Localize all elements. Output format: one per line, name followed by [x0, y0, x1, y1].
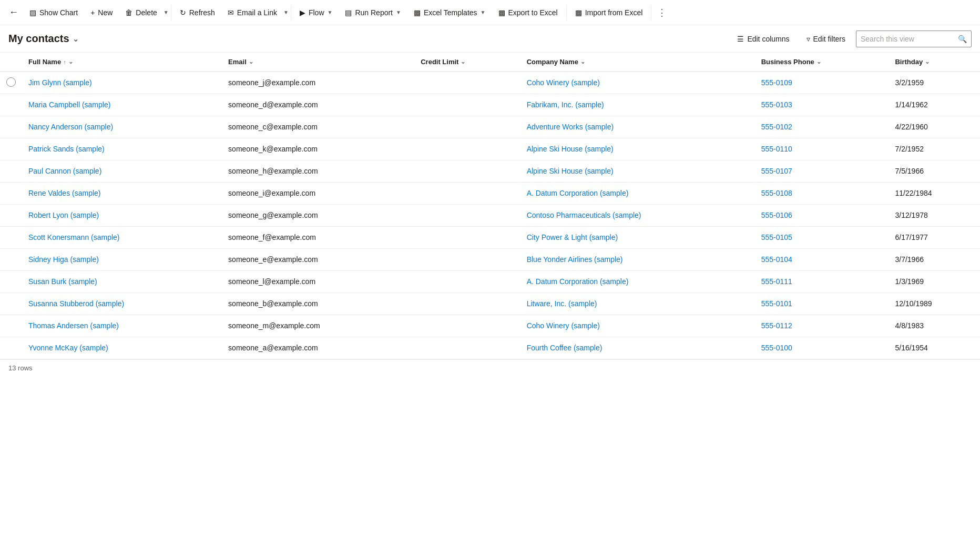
row-checkbox[interactable] — [6, 77, 16, 87]
cell-business-phone[interactable]: 555-0100 — [755, 337, 889, 359]
row-checkbox-cell — [0, 315, 22, 337]
back-button[interactable]: ← — [4, 3, 23, 22]
edit-filters-button[interactable]: ▿ Edit filters — [800, 31, 852, 47]
cell-company-name[interactable]: A. Datum Corporation (sample) — [520, 182, 755, 204]
cell-company-name[interactable]: Blue Yonder Airlines (sample) — [520, 248, 755, 270]
col-header-birthday[interactable]: Birthday ⌄ — [889, 53, 980, 72]
import-excel-button[interactable]: ▩ Import from Excel — [569, 3, 649, 22]
cell-credit-limit — [414, 72, 520, 94]
col-dropdown-full-name[interactable]: ⌄ — [68, 58, 73, 65]
cell-full-name[interactable]: Sidney Higa (sample) — [22, 248, 222, 270]
export-excel-label: Export to Excel — [508, 8, 558, 17]
view-title-dropdown[interactable]: ⌄ — [73, 35, 79, 43]
export-excel-button[interactable]: ▩ Export to Excel — [492, 3, 564, 22]
cell-full-name[interactable]: Yvonne McKay (sample) — [22, 337, 222, 359]
cell-company-name[interactable]: Fabrikam, Inc. (sample) — [520, 94, 755, 116]
col-dropdown-credit-limit[interactable]: ⌄ — [461, 58, 465, 65]
refresh-button[interactable]: ↻ Refresh — [173, 3, 221, 22]
new-button[interactable]: + New — [84, 3, 119, 22]
flow-button[interactable]: ▶ Flow ▼ — [293, 3, 339, 22]
cell-company-name[interactable]: Fourth Coffee (sample) — [520, 337, 755, 359]
cell-company-name[interactable]: City Power & Light (sample) — [520, 226, 755, 248]
cell-full-name[interactable]: Nancy Anderson (sample) — [22, 116, 222, 138]
col-header-business-phone[interactable]: Business Phone ⌄ — [755, 53, 889, 72]
table-row[interactable]: Rene Valdes (sample)someone_i@example.co… — [0, 182, 980, 204]
table-row[interactable]: Maria Campbell (sample)someone_d@example… — [0, 94, 980, 116]
cell-full-name[interactable]: Rene Valdes (sample) — [22, 182, 222, 204]
cell-company-name[interactable]: Alpine Ski House (sample) — [520, 160, 755, 182]
cell-company-name[interactable]: Coho Winery (sample) — [520, 315, 755, 337]
excel-templates-button[interactable]: ▩ Excel Templates ▼ — [407, 3, 492, 22]
cell-full-name[interactable]: Thomas Andersen (sample) — [22, 315, 222, 337]
cell-business-phone[interactable]: 555-0108 — [755, 182, 889, 204]
table-row[interactable]: Jim Glynn (sample)someone_j@example.comC… — [0, 72, 980, 94]
cell-business-phone[interactable]: 555-0101 — [755, 293, 889, 315]
excel-templates-label: Excel Templates — [424, 8, 477, 17]
delete-dropdown-arrow[interactable]: ▼ — [164, 9, 169, 15]
cell-business-phone[interactable]: 555-0107 — [755, 160, 889, 182]
more-options-button[interactable]: ⋮ — [654, 3, 670, 22]
email-icon: ✉ — [228, 8, 234, 17]
email-link-button[interactable]: ✉ Email a Link — [221, 3, 283, 22]
cell-birthday: 3/2/1959 — [889, 72, 980, 94]
cell-company-name[interactable]: Contoso Pharmaceuticals (sample) — [520, 204, 755, 226]
cell-business-phone[interactable]: 555-0102 — [755, 116, 889, 138]
row-checkbox-cell — [0, 182, 22, 204]
cell-company-name[interactable]: A. Datum Corporation (sample) — [520, 270, 755, 293]
cell-business-phone[interactable]: 555-0110 — [755, 138, 889, 160]
table-row[interactable]: Sidney Higa (sample)someone_e@example.co… — [0, 248, 980, 270]
col-header-full-name[interactable]: Full Name ↑ ⌄ — [22, 53, 222, 72]
cell-business-phone[interactable]: 555-0112 — [755, 315, 889, 337]
import-excel-icon: ▩ — [575, 8, 582, 17]
toolbar: ← ▨ Show Chart + New 🗑 Delete ▼ ↻ Refres… — [0, 0, 980, 25]
table-row[interactable]: Yvonne McKay (sample)someone_a@example.c… — [0, 337, 980, 359]
col-dropdown-company-name[interactable]: ⌄ — [580, 58, 585, 65]
cell-business-phone[interactable]: 555-0103 — [755, 94, 889, 116]
delete-label: Delete — [136, 8, 157, 17]
select-all-header[interactable] — [0, 53, 22, 72]
cell-full-name[interactable]: Scott Konersmann (sample) — [22, 226, 222, 248]
col-header-company-name[interactable]: Company Name ⌄ — [520, 53, 755, 72]
cell-business-phone[interactable]: 555-0104 — [755, 248, 889, 270]
contacts-table-container: Full Name ↑ ⌄ Email ⌄ Credit Limit ⌄ — [0, 53, 980, 359]
cell-full-name[interactable]: Robert Lyon (sample) — [22, 204, 222, 226]
table-row[interactable]: Robert Lyon (sample)someone_g@example.co… — [0, 204, 980, 226]
search-box[interactable]: 🔍 — [856, 31, 972, 47]
col-dropdown-email[interactable]: ⌄ — [249, 58, 253, 65]
sort-asc-icon: ↑ — [63, 59, 66, 65]
cell-full-name[interactable]: Patrick Sands (sample) — [22, 138, 222, 160]
show-chart-button[interactable]: ▨ Show Chart — [23, 3, 84, 22]
cell-company-name[interactable]: Coho Winery (sample) — [520, 72, 755, 94]
col-header-credit-limit[interactable]: Credit Limit ⌄ — [414, 53, 520, 72]
cell-birthday: 6/17/1977 — [889, 226, 980, 248]
table-row[interactable]: Nancy Anderson (sample)someone_c@example… — [0, 116, 980, 138]
table-row[interactable]: Scott Konersmann (sample)someone_f@examp… — [0, 226, 980, 248]
cell-company-name[interactable]: Adventure Works (sample) — [520, 116, 755, 138]
col-dropdown-birthday[interactable]: ⌄ — [925, 58, 930, 65]
delete-button[interactable]: 🗑 Delete — [119, 3, 163, 22]
edit-columns-button[interactable]: ☰ Edit columns — [731, 31, 795, 47]
cell-business-phone[interactable]: 555-0111 — [755, 270, 889, 293]
table-row[interactable]: Paul Cannon (sample)someone_h@example.co… — [0, 160, 980, 182]
cell-company-name[interactable]: Litware, Inc. (sample) — [520, 293, 755, 315]
cell-birthday: 3/7/1966 — [889, 248, 980, 270]
email-dropdown-arrow[interactable]: ▼ — [283, 9, 289, 15]
col-header-email[interactable]: Email ⌄ — [222, 53, 414, 72]
cell-full-name[interactable]: Jim Glynn (sample) — [22, 72, 222, 94]
cell-business-phone[interactable]: 555-0109 — [755, 72, 889, 94]
excel-templates-dropdown-arrow: ▼ — [481, 9, 486, 15]
cell-business-phone[interactable]: 555-0106 — [755, 204, 889, 226]
table-row[interactable]: Susanna Stubberod (sample)someone_b@exam… — [0, 293, 980, 315]
run-report-button[interactable]: ▤ Run Report ▼ — [339, 3, 407, 22]
table-row[interactable]: Susan Burk (sample)someone_l@example.com… — [0, 270, 980, 293]
cell-business-phone[interactable]: 555-0105 — [755, 226, 889, 248]
table-row[interactable]: Thomas Andersen (sample)someone_m@exampl… — [0, 315, 980, 337]
cell-full-name[interactable]: Susanna Stubberod (sample) — [22, 293, 222, 315]
cell-company-name[interactable]: Alpine Ski House (sample) — [520, 138, 755, 160]
cell-full-name[interactable]: Susan Burk (sample) — [22, 270, 222, 293]
cell-full-name[interactable]: Paul Cannon (sample) — [22, 160, 222, 182]
table-row[interactable]: Patrick Sands (sample)someone_k@example.… — [0, 138, 980, 160]
cell-full-name[interactable]: Maria Campbell (sample) — [22, 94, 222, 116]
col-dropdown-business-phone[interactable]: ⌄ — [816, 58, 821, 65]
search-input[interactable] — [861, 35, 955, 43]
